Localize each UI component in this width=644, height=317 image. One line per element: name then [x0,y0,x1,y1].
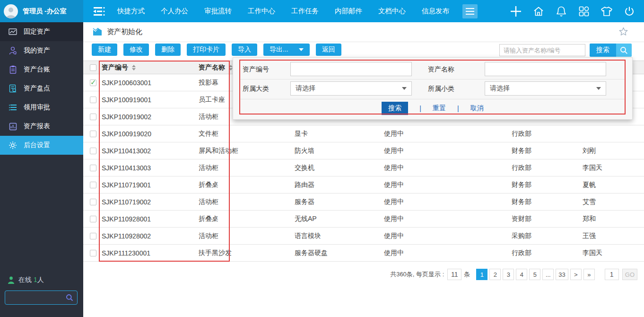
sidebar-item-requisition-approval[interactable]: 领用审批 [0,98,83,117]
sort-icon[interactable] [132,65,136,70]
asset-person-cell: 李国天 [583,245,602,261]
table-row[interactable]: SJKP110413002 屏风和活动柜 防火墙 使用中 财务部 刘刚 [83,142,644,159]
panel-reset-button[interactable]: 重置 [433,104,446,113]
subcategory-select[interactable]: 请选择 [485,81,606,96]
export-dropdown-button[interactable]: 导出... [263,44,310,56]
sidebar-item-asset-inventory[interactable]: 资产盘点 [0,79,83,98]
shirt-icon[interactable] [600,5,613,18]
asset-item-cell: 显卡 [295,125,308,142]
topbar-nav-item[interactable]: 工作任务 [291,7,319,16]
page-button[interactable]: 33 [556,269,568,280]
topbar-nav-item[interactable]: 内部邮件 [335,7,362,16]
row-checkbox[interactable] [90,233,96,239]
import-button[interactable]: 导入 [232,44,257,56]
page-button[interactable]: 5 [529,269,540,280]
name-field-input[interactable] [485,62,606,76]
asset-item-cell: 语言模块 [295,228,321,244]
table-row[interactable]: SJKP110719002 活动柜 服务器 使用中 财务部 艾雪 [83,194,644,211]
home-icon[interactable] [532,5,545,18]
sidebar-item-asset-reports[interactable]: 资产报表 [0,117,83,136]
edit-button[interactable]: 修改 [123,44,149,56]
back-button[interactable]: 返回 [316,44,341,56]
plus-icon[interactable] [510,5,522,18]
row-checkbox[interactable] [90,216,96,222]
asset-status-cell: 使用中 [384,211,404,227]
row-checkbox[interactable] [90,250,96,256]
online-person-icon [8,276,15,284]
asset-name-cell: 活动柜 [199,194,218,210]
go-button[interactable]: GO [622,269,637,280]
table-row[interactable]: SJKP100919020 文件柜 显卡 使用中 行政部 [83,125,644,142]
page-button[interactable]: 1 [476,269,487,280]
column-header-code[interactable]: 资产编号 [102,61,136,74]
code-field-label: 资产编号 [243,62,269,76]
menu-collapse-icon[interactable] [93,7,105,16]
topbar-nav-item[interactable]: 个人办公 [161,7,188,16]
table-row[interactable]: SJKP110719001 折叠桌 路由器 使用中 财务部 夏帆 [83,176,644,194]
category-select[interactable]: 请选择 [290,81,412,96]
row-checkbox[interactable] [90,182,96,188]
table-row[interactable]: SJKP110928001 折叠桌 无线AP 使用中 资财部 郑和 [83,211,644,228]
row-checkbox[interactable] [90,97,96,103]
asset-code-cell: SJKP100919002 [102,108,151,125]
page-button[interactable]: 4 [516,269,527,280]
category-field-label: 所属大类 [243,81,269,96]
goto-page-input[interactable]: 1 [605,269,619,280]
page-size-input[interactable]: 11 [447,269,461,280]
search-icon [616,44,632,57]
page-size-unit: 条 [464,270,470,279]
avatar [4,4,18,18]
asset-status-cell: 使用中 [384,245,404,261]
print-card-button[interactable]: 打印卡片 [187,44,226,56]
sidebar-search-icon[interactable] [66,294,73,301]
user-area[interactable]: 管理员 -办公室 [0,0,83,22]
toolbar-search-area: 搜索 [499,44,632,57]
sidebar-item-fixed-assets[interactable]: 固定资产 [0,22,83,41]
page-button[interactable]: 3 [503,269,514,280]
row-checkbox[interactable] [90,114,96,120]
quick-search-input[interactable] [499,44,585,56]
power-icon[interactable] [623,5,635,18]
sidebar-item-my-assets[interactable]: 我的资产 [0,41,83,60]
sidebar-item-asset-ledger[interactable]: 资产台账 [0,60,83,79]
row-checkbox[interactable] [90,199,96,205]
topbar-nav-item[interactable]: 文档中心 [378,7,406,16]
apps-grid-icon[interactable] [578,5,590,18]
favorite-star-icon[interactable] [619,27,628,36]
topbar-nav-item[interactable]: 审批流转 [204,7,232,16]
asset-name-cell: 扶手黑沙发 [199,245,232,261]
page-button[interactable]: » [583,269,595,280]
asset-name-cell: 文件柜 [199,125,218,142]
select-all-checkbox[interactable] [90,64,96,71]
topbar-nav-item[interactable]: 快捷方式 [117,7,145,16]
person-icon [9,46,17,55]
sidebar-search-input[interactable] [5,294,66,301]
sidebar-item-backend-settings[interactable]: 后台设置 [0,136,83,155]
page-button[interactable]: > [570,269,582,280]
bell-icon[interactable] [555,5,567,18]
column-header-name[interactable]: 资产名称 [199,61,233,74]
table-row[interactable]: SJKP110413003 活动柜 交换机 使用中 行政部 李国天 [83,159,644,176]
panel-search-button[interactable]: 搜索 [382,102,408,115]
row-checkbox[interactable] [90,79,96,86]
row-checkbox[interactable] [90,148,96,154]
new-button[interactable]: 新建 [92,44,117,56]
table-row[interactable]: SJKP110928002 活动柜 语言模块 使用中 采购部 王强 [83,228,644,245]
page-button[interactable]: ... [542,269,554,280]
sort-icon[interactable] [229,65,233,70]
hamburger-menu-icon[interactable] [462,4,478,18]
document-search-icon [9,84,17,93]
topbar-nav-item[interactable]: 工作中心 [248,7,275,16]
page-button[interactable]: 2 [489,269,501,280]
panel-actions: 搜索 | 重置 | 取消 [233,101,632,115]
asset-code-cell: SJKP100919020 [102,125,151,142]
search-button[interactable]: 搜索 [590,44,632,57]
delete-button[interactable]: 删除 [155,44,181,56]
panel-cancel-button[interactable]: 取消 [470,104,484,113]
row-checkbox[interactable] [90,131,96,137]
asset-item-cell: 服务器 [295,194,314,210]
topbar-nav-item[interactable]: 信息发布 [422,7,449,16]
row-checkbox[interactable] [90,165,96,171]
code-field-input[interactable] [290,62,412,76]
table-row[interactable]: SJKP111230001 扶手黑沙发 服务器硬盘 使用中 行政部 李国天 [83,245,644,262]
